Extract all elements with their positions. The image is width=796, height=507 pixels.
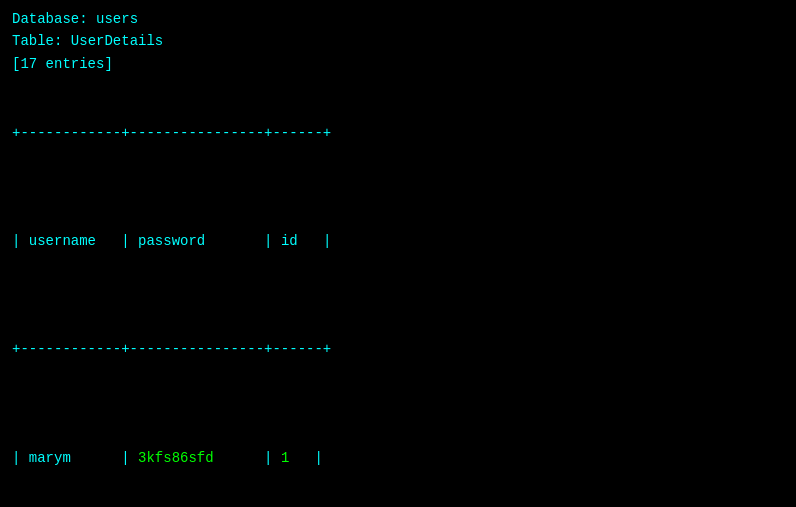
divider-header: +------------+----------------+------+	[12, 339, 784, 361]
divider-top: +------------+----------------+------+	[12, 123, 784, 145]
meta-info: Database: users Table: UserDetails [17 e…	[12, 8, 784, 75]
table-row: | marym | 3kfs86sfd | 1 |	[12, 448, 784, 470]
table-label: Table:	[12, 33, 62, 49]
entries-label: [17 entries]	[12, 56, 113, 72]
table-value: UserDetails	[71, 33, 163, 49]
database-value: users	[96, 11, 138, 27]
table-header: | username | password | id |	[12, 231, 784, 253]
database-label: Database:	[12, 11, 88, 27]
table-container: +------------+----------------+------+ |…	[12, 79, 784, 507]
